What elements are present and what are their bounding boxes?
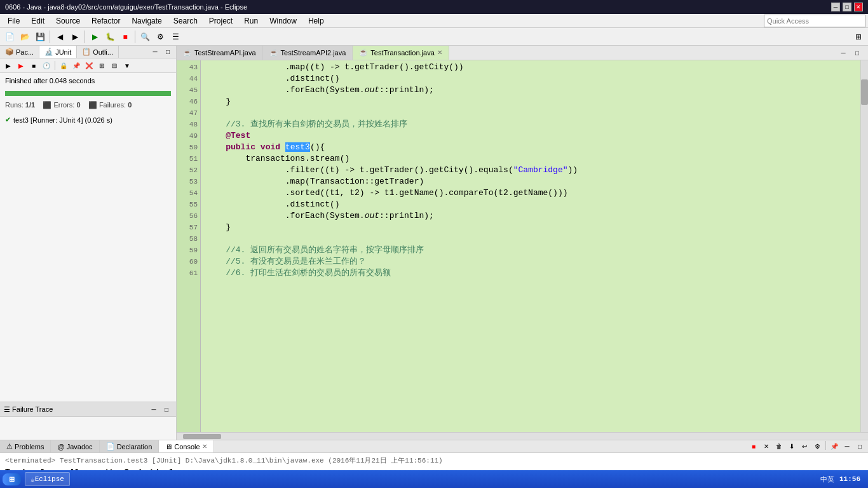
minimize-button[interactable]: ─ xyxy=(831,3,840,11)
runs-value: 1/1 xyxy=(25,101,35,109)
left-toolbar: ▶ ▶ ■ 🕐 🔒 📌 ❌ ⊞ ⊟ ▼ xyxy=(0,58,176,73)
editor-tabs-right: ─ □ xyxy=(832,46,868,60)
failure-trace-maximize[interactable]: □ xyxy=(161,403,172,415)
menu-search[interactable]: Search xyxy=(168,15,203,27)
input-method-indicator[interactable]: 中英 xyxy=(820,475,834,484)
menu-edit[interactable]: Edit xyxy=(26,15,50,27)
test-progress-bar xyxy=(5,91,171,96)
window-controls[interactable]: ─ □ ✕ xyxy=(831,3,863,11)
stop-run-button[interactable]: ■ xyxy=(28,60,39,71)
taskbar-eclipse-item[interactable]: ☕ Eclipse xyxy=(25,472,70,486)
tab-test-stream-api[interactable]: ☕ TestStreamAPI.java xyxy=(177,46,263,60)
tab-close-icon[interactable]: ✕ xyxy=(437,49,442,56)
toolbar-new-button[interactable]: 📄 xyxy=(3,30,17,44)
title-bar: 0606 - Java - java8-day02/src/com/atguig… xyxy=(0,0,868,14)
rerun-failed-button[interactable]: ▶ xyxy=(15,60,27,71)
pin-test-button[interactable]: 📌 xyxy=(71,60,82,71)
toolbar-settings-button[interactable]: ⚙ xyxy=(153,30,167,44)
tab-test-transaction[interactable]: ☕ TestTransaction.java ✕ xyxy=(353,46,449,60)
options-button[interactable]: ▼ xyxy=(121,60,133,71)
toolbar-layout-button[interactable]: ⊞ xyxy=(851,30,865,44)
title-bar-text: 0606 - Java - java8-day02/src/com/atguig… xyxy=(5,3,247,11)
errors-value: 0 xyxy=(76,101,80,109)
left-panel-tabs: 📦 Pac... 🔬 JUnit 📋 Outli... ─ □ xyxy=(0,46,176,58)
scroll-lock-button[interactable]: 🔒 xyxy=(58,60,69,71)
show-failures-button[interactable]: ❌ xyxy=(83,60,95,71)
menu-window[interactable]: Window xyxy=(264,15,302,27)
left-toolbar-sep xyxy=(55,61,55,70)
tab-declaration[interactable]: 📄 Declaration xyxy=(100,440,159,452)
tab-junit[interactable]: 🔬 JUnit xyxy=(39,46,77,58)
collapse-all-button[interactable]: ⊟ xyxy=(109,60,120,71)
console-scroll-button[interactable]: ⬇ xyxy=(786,441,797,452)
toolbar-run-button[interactable]: ▶ xyxy=(88,30,102,44)
menu-navigate[interactable]: Navigate xyxy=(126,15,166,27)
java-file-icon: ☕ xyxy=(183,49,192,57)
toolbar-open-button[interactable]: 📂 xyxy=(18,30,32,44)
code-content[interactable]: .map((t) -> t.getTrader().getCity()) .di… xyxy=(201,60,860,432)
code-editor[interactable]: 43 44 45 46 47 48 49 50 51 52 53 54 55 5… xyxy=(177,60,868,432)
toolbar-separator-2 xyxy=(85,30,85,43)
console-remove-button[interactable]: ✕ xyxy=(761,441,772,452)
tab-package-explorer[interactable]: 📦 Pac... xyxy=(0,46,39,58)
toolbar-search-button[interactable]: 🔍 xyxy=(138,30,152,44)
console-tab-close-icon[interactable]: ✕ xyxy=(202,443,207,450)
close-button[interactable]: ✕ xyxy=(854,3,863,11)
start-button[interactable]: ⊞ xyxy=(3,473,21,485)
failures-value: 0 xyxy=(128,101,132,109)
tab-transaction-label: TestTransaction.java xyxy=(370,49,434,57)
toolbar-separator-3 xyxy=(135,30,135,43)
editor-tabs-left: ☕ TestStreamAPI.java ☕ TestStreamAPI2.ja… xyxy=(177,46,449,60)
tree-item-label: test3 [Runner: JUnit 4] (0.026 s) xyxy=(13,116,112,124)
menu-file[interactable]: File xyxy=(3,15,25,27)
toolbar-perspective-button[interactable]: ☰ xyxy=(168,30,182,44)
console-sep xyxy=(825,441,826,450)
maximize-button[interactable]: □ xyxy=(843,3,851,11)
tab-declaration-label: Declaration xyxy=(117,443,153,451)
editor-maximize-button[interactable]: □ xyxy=(851,47,863,58)
tree-item-test3[interactable]: ✔ test3 [Runner: JUnit 4] (0.026 s) xyxy=(5,114,171,125)
tab-console[interactable]: 🖥 Console ✕ xyxy=(159,440,214,452)
failure-trace-minimize[interactable]: ─ xyxy=(148,403,159,415)
java-file-icon2: ☕ xyxy=(269,49,278,57)
toolbar-back-button[interactable]: ◀ xyxy=(53,30,67,44)
runs-label: Runs: xyxy=(5,101,24,109)
menu-source[interactable]: Source xyxy=(51,15,85,27)
console-terminated-text: <terminated> TestTransaction.test3 [JUni… xyxy=(5,456,863,465)
menu-project[interactable]: Project xyxy=(204,15,238,27)
console-maximize-button[interactable]: □ xyxy=(854,441,865,452)
console-clear-button[interactable]: 🗑 xyxy=(773,441,785,452)
console-terminate-button[interactable]: ■ xyxy=(748,441,759,452)
toolbar-forward-button[interactable]: ▶ xyxy=(68,30,82,44)
failure-trace-label: ☰ Failure Trace xyxy=(4,405,53,414)
test-status: Finished after 0.048 seconds xyxy=(0,73,176,88)
editor-minimize-button[interactable]: ─ xyxy=(837,47,849,58)
toolbar: 📄 📂 💾 ◀ ▶ ▶ 🐛 ■ 🔍 ⚙ ☰ ⊞ xyxy=(0,28,868,46)
console-pin-button[interactable]: 📌 xyxy=(829,441,840,452)
toolbar-stop-button[interactable]: ■ xyxy=(118,30,132,44)
minimize-panel-button[interactable]: ─ xyxy=(149,46,161,58)
tab-problems[interactable]: ⚠ Problems xyxy=(0,440,51,452)
rerun-button[interactable]: ▶ xyxy=(3,60,14,71)
toolbar-debug-button[interactable]: 🐛 xyxy=(103,30,117,44)
vertical-scrollbar[interactable] xyxy=(860,60,868,432)
maximize-panel-button[interactable]: □ xyxy=(162,46,173,58)
tab-javadoc[interactable]: @ Javadoc xyxy=(51,440,99,452)
menu-help[interactable]: Help xyxy=(303,15,329,27)
console-word-wrap-button[interactable]: ↩ xyxy=(799,441,810,452)
toolbar-save-button[interactable]: 💾 xyxy=(33,30,47,44)
menu-run[interactable]: Run xyxy=(239,15,263,27)
console-options-button[interactable]: ⚙ xyxy=(811,441,823,452)
horizontal-scrollbar[interactable] xyxy=(177,432,868,440)
tab-outline[interactable]: 📋 Outli... xyxy=(77,46,119,58)
expand-all-button[interactable]: ⊞ xyxy=(96,60,107,71)
console-minimize-button[interactable]: ─ xyxy=(841,441,853,452)
menu-bar: File Edit Source Refactor Navigate Searc… xyxy=(0,14,868,28)
menu-refactor[interactable]: Refactor xyxy=(86,15,125,27)
quick-access-input[interactable] xyxy=(764,15,865,27)
tab-test-stream-api2[interactable]: ☕ TestStreamAPI2.java xyxy=(263,46,353,60)
history-button[interactable]: 🕐 xyxy=(41,60,52,71)
errors-label: Errors: xyxy=(53,101,74,109)
tab-stream-api-label: TestStreamAPI.java xyxy=(194,49,256,57)
console-icon: 🖥 xyxy=(165,443,172,451)
